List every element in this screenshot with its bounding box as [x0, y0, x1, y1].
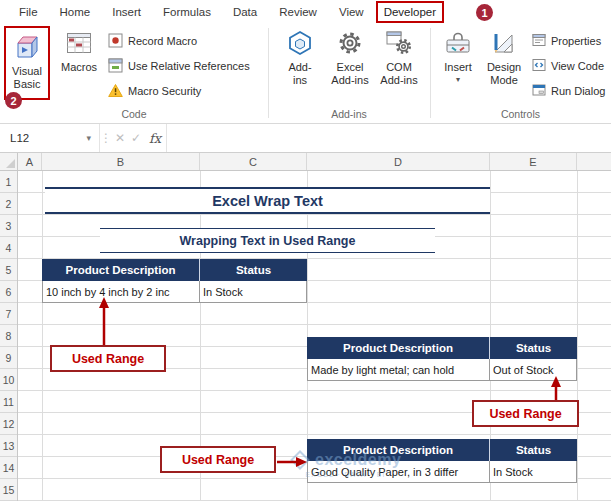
row-header-2[interactable]: 2: [0, 193, 17, 215]
properties-button[interactable]: Properties: [532, 32, 601, 50]
table-2-header-status[interactable]: Status: [490, 337, 577, 359]
properties-icon: [532, 33, 546, 49]
ribbon-tab-bar: File Home Insert Formulas Data Review Vi…: [0, 0, 611, 24]
subtitle-cell[interactable]: Wrapping Text in Used Range: [100, 228, 435, 253]
table-1-status-cell[interactable]: In Stock: [200, 281, 307, 303]
formula-input[interactable]: [166, 124, 611, 152]
macros-button[interactable]: Macros: [56, 26, 102, 74]
row-header-8[interactable]: 8: [0, 325, 17, 347]
dialog-icon: [532, 83, 546, 99]
com-add-ins-label: COM Add-ins: [378, 61, 420, 87]
record-macro-button[interactable]: Record Macro: [108, 32, 197, 50]
name-box-value: L12: [10, 132, 29, 144]
tab-home[interactable]: Home: [49, 1, 102, 24]
visual-basic-label: Visual Basic: [7, 65, 47, 91]
cancel-icon[interactable]: ✕: [112, 124, 128, 152]
hexagon-addin-icon: [287, 26, 313, 60]
name-box[interactable]: L12 ▾: [0, 124, 100, 152]
add-ins-label: Add-ins: [283, 61, 317, 87]
gear-icon: [338, 26, 362, 60]
insert-control-button[interactable]: Insert ▾: [438, 26, 478, 84]
column-header-b[interactable]: B: [42, 153, 200, 170]
run-dialog-button[interactable]: Run Dialog: [532, 82, 605, 100]
toolbox-icon: [445, 26, 471, 60]
row-header-14[interactable]: 14: [0, 457, 17, 479]
insert-dropdown-icon[interactable]: ▾: [456, 76, 460, 84]
column-header-a[interactable]: A: [18, 153, 42, 170]
table-3-product-cell[interactable]: Good Quality Paper, in 3 differ: [307, 461, 490, 483]
controls-group-label: Controls: [430, 108, 611, 120]
row-header-12[interactable]: 12: [0, 413, 17, 435]
table-1-product-cell[interactable]: 10 inch by 4 inch by 2 inc: [42, 281, 200, 303]
use-relative-references-button[interactable]: Use Relative References: [108, 57, 250, 75]
select-all-corner[interactable]: [0, 153, 18, 171]
row-header-5[interactable]: 5: [0, 259, 17, 281]
relative-references-icon: [108, 58, 123, 75]
table-3-header-product[interactable]: Product Description: [307, 439, 490, 461]
column-header-c[interactable]: C: [200, 153, 307, 170]
excel-add-ins-label: Excel Add-ins: [328, 61, 372, 87]
com-add-ins-button[interactable]: COM Add-ins: [376, 26, 422, 87]
record-macro-label: Record Macro: [128, 35, 197, 47]
add-ins-button[interactable]: Add-ins: [280, 26, 320, 87]
tab-data[interactable]: Data: [222, 1, 268, 24]
tab-review[interactable]: Review: [268, 1, 328, 24]
tab-file[interactable]: File: [8, 1, 49, 24]
design-mode-button[interactable]: Design Mode: [480, 26, 528, 87]
row-header-1[interactable]: 1: [0, 171, 17, 193]
row-header-10[interactable]: 10: [0, 369, 17, 391]
design-mode-label: Design Mode: [482, 61, 526, 87]
table-1-header-product[interactable]: Product Description: [42, 259, 200, 281]
tab-view[interactable]: View: [328, 1, 375, 24]
row-header-13[interactable]: 13: [0, 435, 17, 457]
table-3-header-status[interactable]: Status: [490, 439, 577, 461]
tab-developer[interactable]: Developer: [376, 1, 444, 23]
excel-add-ins-button[interactable]: Excel Add-ins: [326, 26, 374, 87]
code-group-label: Code: [0, 108, 268, 120]
tab-insert[interactable]: Insert: [101, 1, 152, 24]
row-headers: 1 2 3 4 5 6 7 8 9 10 11 12 13 14 15: [0, 171, 18, 501]
table-1: Product Description Status 10 inch by 4 …: [42, 259, 307, 303]
formula-bar-dots: ⋮: [100, 124, 112, 152]
table-2-product-cell[interactable]: Made by light metal; can hold: [307, 359, 490, 381]
tab-formulas[interactable]: Formulas: [152, 1, 222, 24]
macros-icon: [66, 26, 92, 60]
table-3-status-cell[interactable]: In Stock: [490, 461, 577, 483]
row-header-9[interactable]: 9: [0, 347, 17, 369]
row-header-15[interactable]: 15: [0, 479, 17, 501]
column-header-d[interactable]: D: [307, 153, 490, 170]
row-header-7[interactable]: 7: [0, 303, 17, 325]
title-cell[interactable]: Excel Wrap Text: [45, 187, 490, 214]
insert-control-label: Insert: [444, 61, 472, 74]
insert-function-icon[interactable]: fx: [144, 124, 166, 152]
use-relative-references-label: Use Relative References: [128, 60, 250, 72]
view-code-label: View Code: [551, 60, 604, 72]
code-group: Visual Basic Macros: [0, 24, 268, 123]
row-header-11[interactable]: 11: [0, 391, 17, 413]
gridline: [42, 171, 43, 501]
column-header-e[interactable]: E: [490, 153, 577, 170]
macros-label: Macros: [61, 61, 97, 74]
table-2-header-product[interactable]: Product Description: [307, 337, 490, 359]
row-header-6[interactable]: 6: [0, 281, 17, 303]
name-box-dropdown-icon[interactable]: ▾: [86, 133, 91, 143]
column-header-partial[interactable]: [577, 153, 611, 170]
table-1-header-status[interactable]: Status: [200, 259, 307, 281]
step-2-badge: 2: [5, 92, 22, 109]
row-header-3[interactable]: 3: [0, 215, 17, 237]
column-headers: A B C D E: [18, 153, 611, 171]
used-range-annotation-2: Used Range: [472, 400, 579, 427]
enter-icon[interactable]: ✓: [128, 124, 144, 152]
code-brackets-icon: [532, 58, 546, 74]
run-dialog-label: Run Dialog: [551, 85, 605, 97]
view-code-button[interactable]: View Code: [532, 57, 604, 75]
gridline: [577, 171, 578, 501]
macro-security-button[interactable]: Macro Security: [108, 82, 201, 100]
row-header-4[interactable]: 4: [0, 237, 17, 259]
controls-group: Insert ▾ Design Mode: [430, 24, 611, 123]
table-2-status-cell[interactable]: Out of Stock: [490, 359, 577, 381]
com-gear-icon: [386, 26, 412, 60]
visual-basic-button[interactable]: Visual Basic: [4, 26, 50, 100]
table-2: Product Description Status Made by light…: [307, 337, 577, 381]
table-3: Product Description Status Good Quality …: [307, 439, 577, 483]
